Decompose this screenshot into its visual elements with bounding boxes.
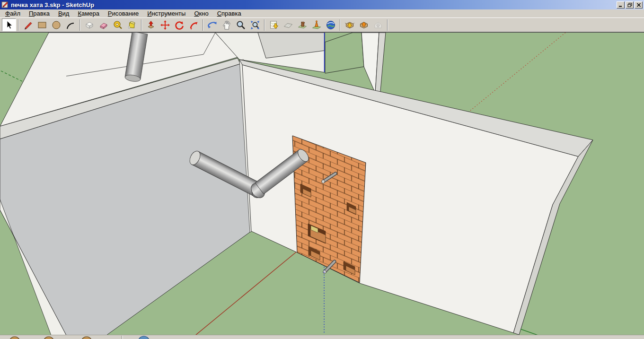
toolbar-separator bbox=[79, 19, 80, 31]
offset-button[interactable] bbox=[186, 18, 201, 31]
restore-button[interactable] bbox=[626, 1, 634, 9]
menu-item-tools[interactable]: Инструменты bbox=[143, 9, 190, 17]
partial-tool-2-icon[interactable] bbox=[44, 337, 54, 339]
eraser-button[interactable] bbox=[97, 18, 111, 31]
menu-item-window[interactable]: Окно bbox=[190, 9, 212, 17]
sketchup-window: печка хата 3.skp - SketchUp ФайлПравкаВи… bbox=[0, 0, 644, 339]
select-button[interactable] bbox=[2, 18, 16, 31]
bottom-toolbar bbox=[0, 335, 644, 339]
share-models-icon bbox=[359, 20, 369, 30]
toolbar-separator bbox=[141, 19, 142, 31]
place-model-icon bbox=[297, 20, 308, 30]
viewport bbox=[0, 32, 644, 335]
menu-item-view[interactable]: Вид bbox=[54, 9, 74, 17]
make-component-icon bbox=[84, 20, 95, 30]
google-earth-icon bbox=[326, 20, 336, 30]
place-model-button[interactable] bbox=[295, 18, 309, 31]
zoom-icon bbox=[236, 20, 246, 30]
menu-bar: ФайлПравкаВидКамераРисованиеИнструментыО… bbox=[0, 9, 644, 17]
menu-item-edit[interactable]: Правка bbox=[25, 9, 54, 17]
google-earth-button[interactable] bbox=[324, 18, 338, 31]
toggle-terrain-button[interactable] bbox=[281, 18, 295, 31]
tape-measure-icon bbox=[113, 20, 123, 30]
paint-bucket-button[interactable] bbox=[125, 18, 139, 31]
toolbar-separator bbox=[203, 19, 203, 31]
get-current-view-button[interactable] bbox=[267, 18, 281, 31]
paint-bucket-icon bbox=[127, 20, 137, 30]
app-icon bbox=[1, 1, 9, 9]
share-models-button[interactable] bbox=[357, 18, 371, 31]
close-icon bbox=[636, 3, 641, 7]
bottom-toolbar-svg bbox=[0, 335, 644, 339]
share-component-button[interactable] bbox=[371, 18, 385, 31]
zoom-extents-button[interactable] bbox=[248, 18, 262, 31]
viewport-3d[interactable] bbox=[0, 33, 644, 335]
title-bar[interactable]: печка хата 3.skp - SketchUp bbox=[0, 0, 644, 9]
line-button[interactable] bbox=[21, 18, 35, 31]
orbit-button[interactable] bbox=[205, 18, 220, 31]
toolbar-separator bbox=[387, 19, 388, 31]
orbit-icon bbox=[207, 20, 218, 30]
get-current-view-icon bbox=[269, 20, 279, 30]
rotate-icon bbox=[174, 20, 185, 30]
circle-icon bbox=[51, 20, 62, 30]
line-icon bbox=[23, 20, 33, 30]
toolbar-separator bbox=[264, 19, 265, 31]
select-icon bbox=[4, 20, 14, 30]
minimize-icon bbox=[618, 3, 623, 7]
pan-icon bbox=[221, 20, 232, 30]
offset-icon bbox=[188, 20, 199, 30]
menu-item-file[interactable]: Файл bbox=[1, 9, 25, 17]
rectangle-button[interactable] bbox=[35, 18, 49, 31]
main-toolbar bbox=[0, 17, 644, 32]
bottom-toolbar-separator bbox=[122, 336, 122, 339]
menu-item-help[interactable]: Справка bbox=[213, 9, 246, 17]
partial-tool-3-icon[interactable] bbox=[81, 337, 92, 339]
make-component-button[interactable] bbox=[82, 18, 97, 31]
get-models-button[interactable] bbox=[343, 18, 357, 31]
partial-tool-1-icon[interactable] bbox=[9, 337, 20, 339]
zoom-extents-icon bbox=[250, 20, 260, 30]
move-icon bbox=[160, 20, 170, 30]
add-new-building-button[interactable] bbox=[309, 18, 324, 31]
pan-button[interactable] bbox=[220, 18, 234, 31]
get-models-icon bbox=[344, 20, 355, 30]
tape-measure-button[interactable] bbox=[111, 18, 125, 31]
share-component-icon bbox=[373, 20, 383, 30]
toolbar-separator bbox=[18, 19, 19, 31]
menu-item-camera[interactable]: Камера bbox=[73, 9, 103, 17]
add-new-building-icon bbox=[311, 20, 322, 30]
toggle-terrain-icon bbox=[283, 20, 293, 30]
push-pull-icon bbox=[146, 20, 156, 30]
circle-button[interactable] bbox=[49, 18, 63, 31]
bottom-toolbar-separator-highlight bbox=[122, 336, 123, 339]
move-button[interactable] bbox=[158, 18, 172, 31]
minimize-button[interactable] bbox=[617, 1, 625, 9]
zoom-button[interactable] bbox=[234, 18, 248, 31]
eraser-icon bbox=[98, 20, 109, 30]
toolbar-separator bbox=[340, 19, 341, 31]
rectangle-icon bbox=[37, 20, 47, 30]
partial-tool-blue-icon[interactable] bbox=[138, 336, 150, 339]
close-button[interactable] bbox=[635, 1, 643, 9]
menu-item-draw[interactable]: Рисование bbox=[104, 9, 143, 17]
restore-icon bbox=[627, 3, 632, 7]
rotate-button[interactable] bbox=[172, 18, 186, 31]
window-title: печка хата 3.skp - SketchUp bbox=[11, 1, 616, 9]
arc-button[interactable] bbox=[63, 18, 78, 31]
arc-icon bbox=[65, 20, 76, 30]
push-pull-button[interactable] bbox=[144, 18, 158, 31]
